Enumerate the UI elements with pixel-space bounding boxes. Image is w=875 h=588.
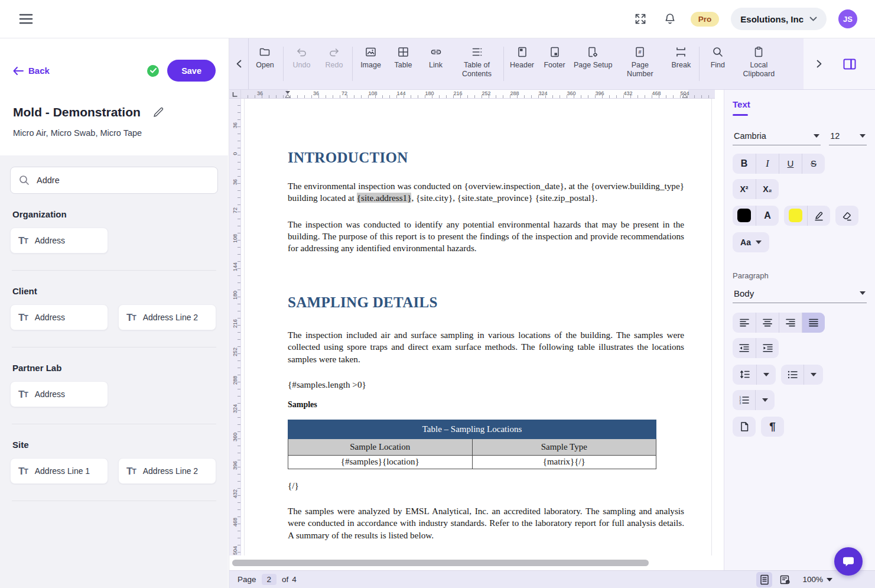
redo-button[interactable]: Redo [318,38,350,89]
bold-button[interactable]: B [733,154,756,174]
line-spacing-dropdown[interactable] [756,365,776,385]
table-cell[interactable]: {matrix}{/} [472,455,656,469]
field-chip-partner-lab-address[interactable]: TT Address [10,381,108,407]
field-chip-site-address-line-2[interactable]: TT Address Line 2 [118,458,216,484]
break-button[interactable]: Break [665,38,697,89]
page-number-icon: # [634,46,646,58]
right-margin-marker[interactable] [682,92,688,98]
doc-heading-introduction[interactable]: INTRODUCTION [288,150,684,166]
doc-paragraph[interactable]: The samples were analyzed by EMSL Analyt… [288,505,684,541]
table-cell[interactable]: {#samples}{location} [288,455,473,469]
text-panel-title: Text [733,99,867,109]
edit-pencil-icon[interactable] [151,105,165,119]
search-input[interactable] [37,176,209,185]
web-layout-view-icon[interactable] [777,572,793,587]
clipboard-icon [753,46,765,58]
local-clipboard-button[interactable]: Local Clipboard [734,38,783,89]
increase-indent-button[interactable] [756,338,779,358]
align-right-button[interactable] [779,313,802,333]
pilcrow-icon: ¶ [769,420,776,433]
numbered-list-button[interactable]: 123 [733,390,755,410]
insert-link-button[interactable]: Link [419,38,452,89]
insert-image-button[interactable]: Image [354,38,387,89]
table-title[interactable]: Table – Sampling Locations [288,420,656,438]
saved-check-icon [147,65,159,77]
paragraph-style-select[interactable]: Body [733,286,867,303]
table-of-contents-button[interactable]: Table of Contents [452,38,502,89]
side-panel-toggle-icon[interactable] [841,55,858,73]
avatar[interactable]: JS [838,9,857,28]
line-spacing-icon [740,370,750,379]
document-page[interactable]: INTRODUCTION The environmental inspectio… [244,99,712,555]
document-copy-icon [740,421,749,432]
notifications-bell-icon[interactable] [661,10,679,28]
copy-format-button[interactable] [733,417,756,437]
field-chip-client-address[interactable]: TT Address [10,304,108,330]
save-button[interactable]: Save [167,60,216,82]
change-case-button[interactable]: Aa [733,232,769,252]
fullscreen-icon[interactable] [632,10,649,28]
doc-sampling-table[interactable]: Table – Sampling Locations Sample Locati… [288,420,656,469]
font-size-select[interactable]: 12 [829,129,867,145]
numbered-list-dropdown[interactable] [755,390,775,410]
decrease-indent-button[interactable] [733,338,756,358]
insert-table-button[interactable]: Table [387,38,419,89]
doc-paragraph[interactable]: The environmental inspection was conduct… [288,180,684,204]
underline-button[interactable]: U [779,154,802,174]
superscript-button[interactable]: X² [733,179,756,199]
divider [12,424,216,424]
folder-icon [259,46,271,58]
menu-icon[interactable] [18,11,34,27]
zoom-control[interactable]: 100% [802,575,832,584]
doc-template-condition-open[interactable]: {#samples.length >0} [288,379,684,390]
font-color-swatch[interactable] [733,206,756,226]
align-center-button[interactable] [756,313,779,333]
page-number-button[interactable]: # Page Number [615,38,665,89]
text-field-icon: TT [18,466,28,476]
line-spacing-button[interactable] [733,365,756,385]
doc-template-condition-close[interactable]: {/} [288,480,684,491]
open-button[interactable]: Open [249,38,281,89]
doc-samples-label[interactable]: Samples [288,400,684,410]
align-left-button[interactable] [733,313,756,333]
doc-heading-sampling-details[interactable]: SAMPLING DETAILS [288,294,684,311]
italic-button[interactable]: I [756,154,779,174]
footer-button[interactable]: Footer [538,38,571,89]
find-button[interactable]: Find [701,38,734,89]
field-chip-organization-address[interactable]: TT Address [10,228,108,254]
field-chip-site-address-line-1[interactable]: TT Address Line 1 [10,458,108,484]
print-layout-view-icon[interactable] [756,572,772,587]
doc-paragraph[interactable]: The inspection included air and surface … [288,329,684,365]
page-setup-button[interactable]: Page Setup [571,38,615,89]
subscript-button[interactable]: X₂ [756,179,779,199]
table-col-header[interactable]: Sample Type [472,438,656,455]
highlight-color-swatch[interactable] [784,206,807,226]
doc-highlighted-token[interactable]: {site.address1} [357,193,412,203]
back-button[interactable]: Back [13,66,50,76]
indent-marker[interactable] [285,90,291,98]
paragraph-marks-button[interactable]: ¶ [761,417,784,437]
font-color-button[interactable]: A [756,206,779,226]
bulleted-list-button[interactable] [781,365,804,385]
organization-switcher[interactable]: Esolutions, Inc [731,8,827,30]
current-page-indicator[interactable]: 2 [262,574,277,585]
horizontal-scrollbar-thumb[interactable] [232,560,649,566]
vertical-ruler: 36 0 36 72 108 144 180 216 252 288 324 3… [229,99,241,555]
chat-launcher[interactable] [834,547,863,576]
ruler-corner-tab-selector[interactable] [229,90,241,99]
page-break-icon [675,46,687,58]
table-col-header[interactable]: Sample Location [288,438,473,455]
undo-button[interactable]: Undo [285,38,318,89]
header-button[interactable]: Header [506,38,538,89]
align-justify-button[interactable] [802,313,825,333]
toolbar-collapse-left-icon[interactable] [229,38,249,89]
highlighter-button[interactable] [807,206,830,226]
strikethrough-button[interactable]: S [802,154,825,174]
toolbar-expand-right-icon[interactable] [811,56,827,72]
field-chip-client-address-line-2[interactable]: TT Address Line 2 [118,304,216,330]
link-icon [430,46,443,58]
font-family-select[interactable]: Cambria [733,129,821,145]
clear-formatting-button[interactable] [835,206,858,226]
doc-paragraph[interactable]: The inspection was conducted to identify… [288,219,684,255]
bulleted-list-dropdown[interactable] [804,365,823,385]
